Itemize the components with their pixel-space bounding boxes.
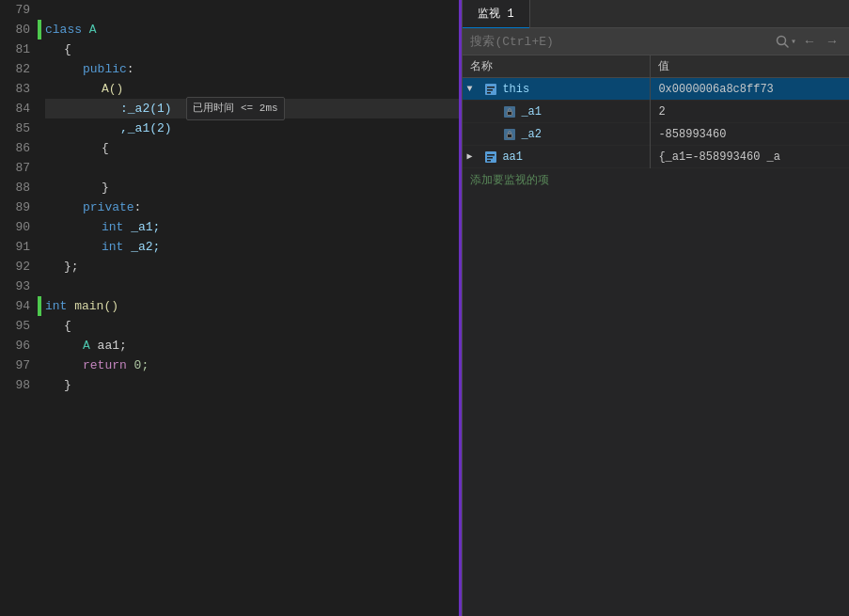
code-line[interactable] bbox=[45, 0, 459, 20]
line-number: 97 bbox=[0, 355, 30, 375]
forward-button[interactable]: → bbox=[823, 32, 841, 51]
expand-icon[interactable]: ▶ bbox=[466, 146, 480, 168]
debug-tabs: 监视 1 bbox=[463, 0, 849, 28]
svg-rect-11 bbox=[487, 154, 495, 156]
svg-rect-4 bbox=[487, 89, 493, 91]
name-column-header: 名称 bbox=[463, 55, 651, 78]
svg-rect-5 bbox=[487, 92, 491, 94]
search-button[interactable]: ▾ bbox=[776, 35, 796, 48]
code-line[interactable]: A aa1; bbox=[45, 336, 459, 355]
svg-line-1 bbox=[784, 44, 788, 48]
green-bar-column bbox=[38, 0, 41, 616]
code-line[interactable]: } bbox=[45, 178, 459, 197]
code-line[interactable]: { bbox=[45, 138, 459, 158]
line-number: 83 bbox=[0, 79, 30, 99]
code-line[interactable]: int _a1; bbox=[45, 217, 459, 237]
code-line[interactable]: return 0; bbox=[45, 355, 459, 375]
code-token: A() bbox=[102, 79, 123, 99]
line-number: 96 bbox=[0, 336, 30, 355]
watch-variable-value: -858993460 bbox=[651, 123, 849, 146]
watch-row[interactable]: ▼ this0x0000006a8c8ff73 bbox=[463, 78, 849, 101]
code-token: main() bbox=[67, 296, 118, 316]
watch-row[interactable]: _a12 bbox=[463, 101, 849, 123]
line-number: 81 bbox=[0, 39, 30, 59]
execution-tooltip: 已用时间 <= 2ms bbox=[186, 97, 284, 120]
line-numbers: 7980818283848586878889909192939495969798 bbox=[0, 0, 38, 616]
watch-tab-1[interactable]: 监视 1 bbox=[463, 0, 529, 28]
code-token: :_a2(1) bbox=[120, 99, 172, 118]
code-token: 0; bbox=[127, 355, 149, 375]
code-token: { bbox=[64, 39, 71, 59]
code-token: A bbox=[83, 336, 90, 355]
svg-rect-7 bbox=[508, 111, 512, 115]
code-token: } bbox=[102, 178, 109, 197]
watch-row[interactable]: ▶ aa1{_a1=-858993460 _a bbox=[463, 146, 849, 168]
code-token: public bbox=[83, 59, 127, 79]
code-token: class bbox=[45, 20, 89, 39]
line-number: 90 bbox=[0, 217, 30, 237]
code-line[interactable]: A() bbox=[45, 79, 459, 99]
code-line[interactable]: public: bbox=[45, 59, 459, 79]
code-line[interactable]: { bbox=[45, 316, 459, 336]
watch-variable-value: 2 bbox=[651, 101, 849, 123]
code-line[interactable]: } bbox=[45, 375, 459, 395]
search-icon bbox=[776, 35, 789, 48]
editor-panel: 7980818283848586878889909192939495969798… bbox=[0, 0, 459, 616]
watch-variable-value: {_a1=-858993460 _a bbox=[651, 146, 849, 168]
line-number: 93 bbox=[0, 276, 30, 296]
code-line[interactable] bbox=[45, 158, 459, 178]
watch-tab-1-label: 监视 1 bbox=[478, 8, 513, 21]
code-token: int bbox=[102, 237, 123, 257]
value-column-header: 值 bbox=[651, 55, 849, 78]
code-token: }; bbox=[64, 257, 79, 276]
code-token: return bbox=[83, 355, 127, 375]
code-line[interactable]: { bbox=[45, 39, 459, 59]
code-token: aa1; bbox=[90, 336, 127, 355]
svg-rect-9 bbox=[508, 134, 512, 137]
watch-name-cell: ▼ this bbox=[463, 78, 651, 101]
line-number: 95 bbox=[0, 316, 30, 336]
code-line[interactable]: int _a2; bbox=[45, 237, 459, 257]
watch-rows-container: ▼ this0x0000006a8c8ff73 _a12 _a2-8589934… bbox=[463, 78, 849, 616]
watch-name-cell: _a2 bbox=[463, 123, 651, 146]
code-line[interactable]: private: bbox=[45, 197, 459, 217]
expand-icon[interactable]: ▼ bbox=[466, 78, 480, 101]
code-line[interactable]: }; bbox=[45, 257, 459, 276]
code-content: class A{public:A():_a2(1) 已用时间 <= 2ms,_a… bbox=[41, 0, 459, 616]
code-token: } bbox=[64, 375, 71, 395]
back-button[interactable]: ← bbox=[800, 32, 819, 51]
code-line[interactable] bbox=[45, 276, 459, 296]
code-line[interactable]: int main() bbox=[45, 296, 459, 316]
line-number: 86 bbox=[0, 138, 30, 158]
debug-panel: 监视 1 ▾ ← → 名称 值 ▼ this0x0000006a8c8ff73 bbox=[462, 0, 849, 616]
line-number: 80 bbox=[0, 20, 30, 39]
code-line[interactable]: class A bbox=[45, 20, 459, 39]
add-watch-item[interactable]: 添加要监视的项 bbox=[463, 168, 849, 192]
code-token: A bbox=[89, 20, 97, 39]
field-icon bbox=[502, 127, 517, 142]
code-token: int bbox=[102, 217, 123, 237]
watch-table-header: 名称 值 bbox=[463, 55, 849, 78]
line-number: 87 bbox=[0, 158, 30, 178]
code-line[interactable]: ,_a1(2) bbox=[45, 118, 459, 138]
search-dropdown-arrow[interactable]: ▾ bbox=[791, 36, 796, 47]
watch-variable-name: _a1 bbox=[521, 101, 542, 123]
watch-variable-name: _a2 bbox=[521, 123, 542, 146]
svg-rect-12 bbox=[487, 157, 493, 159]
search-input[interactable] bbox=[470, 35, 772, 49]
watch-row[interactable]: _a2-858993460 bbox=[463, 123, 849, 146]
watch-variable-name: this bbox=[502, 78, 529, 101]
code-token: { bbox=[64, 316, 71, 336]
watch-variable-value: 0x0000006a8c8ff73 bbox=[651, 78, 849, 101]
code-token: _a2; bbox=[123, 237, 160, 257]
line-number: 82 bbox=[0, 59, 30, 79]
watch-variable-name: aa1 bbox=[502, 146, 523, 168]
field-icon bbox=[502, 104, 517, 119]
line-number: 92 bbox=[0, 257, 30, 276]
line-number: 98 bbox=[0, 375, 30, 395]
code-line[interactable]: :_a2(1) 已用时间 <= 2ms bbox=[45, 99, 459, 118]
line-number: 79 bbox=[0, 0, 30, 20]
line-number: 85 bbox=[0, 118, 30, 138]
line-number: 89 bbox=[0, 197, 30, 217]
code-token: int bbox=[45, 296, 67, 316]
